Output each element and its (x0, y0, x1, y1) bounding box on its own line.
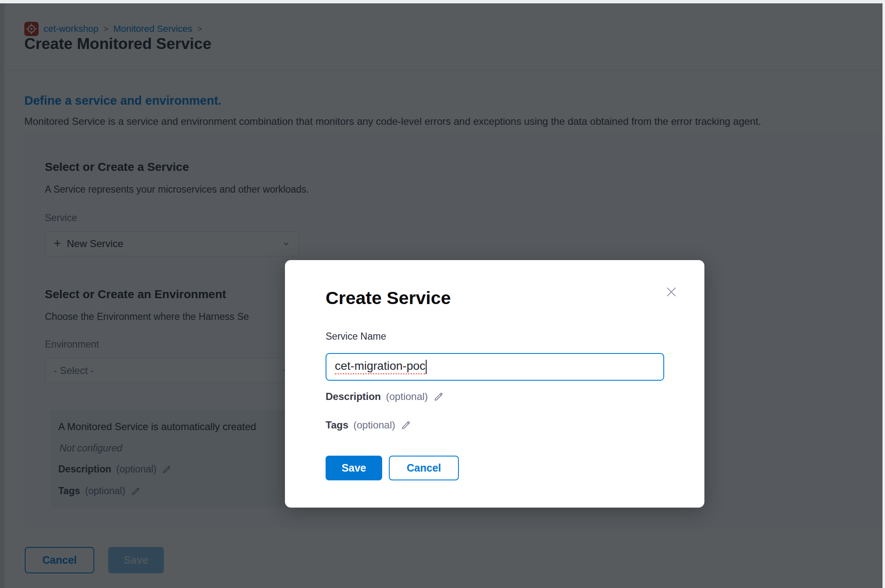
edit-pencil-icon[interactable] (400, 419, 412, 431)
tags-label: Tags (326, 419, 348, 431)
text-caret (426, 360, 427, 374)
window-top-edge (0, 0, 885, 3)
edit-pencil-icon[interactable] (433, 391, 445, 402)
dialog-save-button[interactable]: Save (326, 456, 382, 480)
modal-description-row: Description (optional) (326, 391, 445, 402)
service-name-value: cet-migration-poc (335, 359, 425, 374)
scrollbar-track[interactable] (882, 0, 885, 588)
description-optional-label: (optional) (386, 391, 428, 402)
tags-optional-label: (optional) (353, 419, 395, 431)
dialog-cancel-button[interactable]: Cancel (389, 456, 459, 480)
description-label: Description (326, 391, 381, 402)
service-name-label: Service Name (326, 331, 386, 342)
close-icon[interactable] (661, 282, 681, 302)
modal-tags-row: Tags (optional) (326, 419, 412, 431)
dialog-title: Create Service (326, 288, 451, 308)
create-service-dialog: Create Service Service Name cet-migratio… (285, 260, 704, 508)
service-name-input[interactable]: cet-migration-poc (326, 353, 664, 381)
